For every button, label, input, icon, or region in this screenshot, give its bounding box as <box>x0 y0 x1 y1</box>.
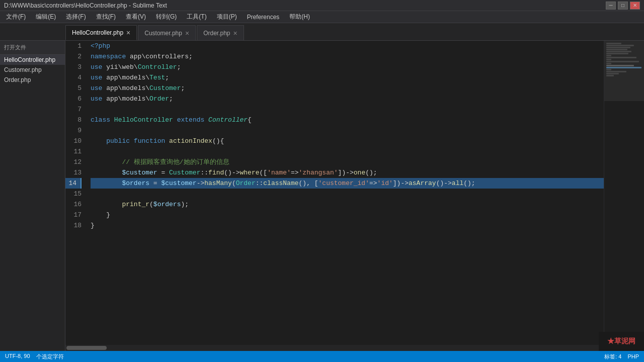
menu-view[interactable]: 查看(V) <box>122 12 150 22</box>
tab-customer-label: Customer.php <box>144 30 182 37</box>
tab-order[interactable]: Order.php × <box>197 25 244 40</box>
status-language: PHP <box>627 353 639 359</box>
code-line-6: use app\models\Order; <box>91 94 604 104</box>
editor-area[interactable]: 1 2 3 4 5 6 7 8 9 10 11 12 13 14 15 16 1… <box>65 41 644 351</box>
code-line-1: <?php <box>91 41 604 51</box>
status-bar: UTF-8, 90 个选定字符 标签: 4 PHP <box>0 351 644 362</box>
logo-area: ★草泥网 <box>599 332 644 351</box>
menu-file[interactable]: 文件(F) <box>2 12 30 22</box>
close-button[interactable]: ✕ <box>630 2 640 10</box>
sidebar-item-hellocontroller[interactable]: HelloController.php <box>0 55 65 65</box>
title-bar-title: D:\WWW\basic\controllers\HelloController… <box>4 2 167 9</box>
title-bar: D:\WWW\basic\controllers\HelloController… <box>0 0 644 11</box>
maximize-button[interactable]: □ <box>618 2 628 10</box>
status-left: UTF-8, 90 个选定字符 <box>5 353 64 360</box>
code-line-4: use app\models\Test; <box>91 72 604 83</box>
code-line-11 <box>91 146 604 157</box>
scrollbar-thumb[interactable] <box>66 346 107 350</box>
tab-order-close[interactable]: × <box>233 30 237 37</box>
main-layout: 打开文件 HelloController.php Customer.php Or… <box>0 41 644 351</box>
horizontal-scrollbar[interactable] <box>65 345 644 351</box>
code-line-9 <box>91 125 604 136</box>
minimap-preview <box>604 41 644 101</box>
code-line-13: $customer = Customer::find()->where(['na… <box>91 167 604 178</box>
tab-hellocontroller[interactable]: HelloController.php × <box>65 25 137 40</box>
tab-hellocontroller-label: HelloController.php <box>72 29 123 36</box>
tab-customer[interactable]: Customer.php × <box>138 25 196 40</box>
code-line-8: class HelloController extends Controller… <box>91 115 604 125</box>
menu-goto[interactable]: 转到(G) <box>152 12 181 22</box>
code-line-2: namespace app\controllers; <box>91 51 604 62</box>
sidebar: 打开文件 HelloController.php Customer.php Or… <box>0 41 65 351</box>
status-position: 标签: 4 <box>604 353 621 360</box>
tab-customer-close[interactable]: × <box>185 30 189 37</box>
code-line-18: } <box>91 220 604 231</box>
sidebar-item-customer[interactable]: Customer.php <box>0 65 65 75</box>
logo-text: ★草泥网 <box>607 337 635 346</box>
status-selection: 个选定字符 <box>36 353 64 360</box>
code-line-16: print_r($orders); <box>91 199 604 210</box>
menu-tools[interactable]: 工具(T) <box>183 12 210 22</box>
menu-project[interactable]: 项目(P) <box>213 12 241 22</box>
minimap <box>604 41 644 345</box>
code-line-12: // 根据顾客查询他/她的订单的信息 <box>91 157 604 167</box>
status-encoding: UTF-8, 90 <box>5 353 30 360</box>
tab-order-label: Order.php <box>203 30 230 37</box>
menu-help[interactable]: 帮助(H) <box>285 12 314 22</box>
sidebar-header: 打开文件 <box>0 41 65 55</box>
code-line-17: } <box>91 210 604 220</box>
menu-find[interactable]: 查找(F) <box>92 12 120 22</box>
code-line-7 <box>91 104 604 115</box>
code-content[interactable]: <?php namespace app\controllers; use yii… <box>86 41 604 345</box>
line-numbers: 1 2 3 4 5 6 7 8 9 10 11 12 13 14 15 16 1… <box>65 41 86 345</box>
menu-preferences[interactable]: Preferences <box>243 13 284 22</box>
tab-bar: HelloController.php × Customer.php × Ord… <box>0 23 644 41</box>
title-bar-controls: ─ □ ✕ <box>606 2 640 10</box>
code-container: 1 2 3 4 5 6 7 8 9 10 11 12 13 14 15 16 1… <box>65 41 644 345</box>
code-line-3: use yii\web\Controller; <box>91 62 604 72</box>
menu-edit[interactable]: 编辑(E) <box>32 12 60 22</box>
code-line-10: public function actionIndex(){ <box>91 136 604 146</box>
menu-bar: 文件(F) 编辑(E) 选择(F) 查找(F) 查看(V) 转到(G) 工具(T… <box>0 11 644 23</box>
code-line-5: use app\models\Customer; <box>91 83 604 94</box>
code-line-15 <box>91 189 604 199</box>
menu-select[interactable]: 选择(F) <box>62 12 90 22</box>
sidebar-item-order[interactable]: Order.php <box>0 75 65 85</box>
status-right: 标签: 4 PHP <box>604 353 639 360</box>
tab-hellocontroller-close[interactable]: × <box>126 29 130 36</box>
minimize-button[interactable]: ─ <box>606 2 616 10</box>
code-line-14: $orders = $customer->hasMany(Order::clas… <box>91 178 604 189</box>
